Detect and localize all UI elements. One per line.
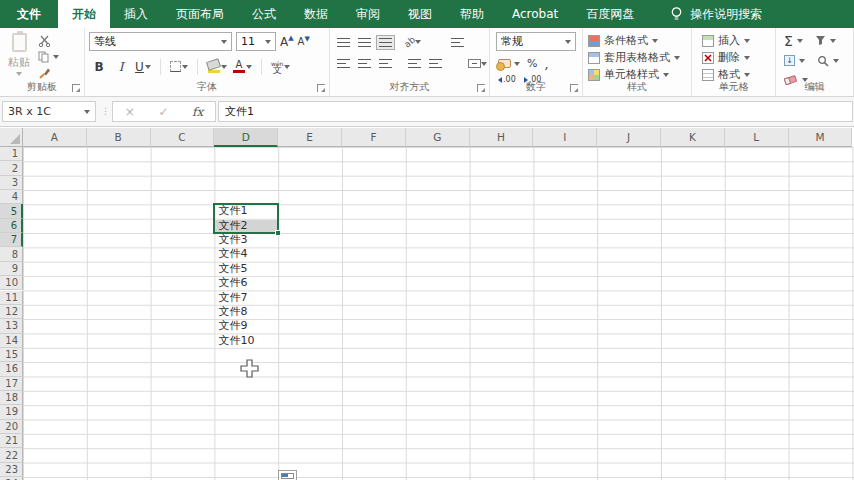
align-right-button[interactable]	[376, 56, 395, 71]
align-center-button[interactable]	[355, 56, 374, 71]
column-header-H[interactable]: H	[470, 128, 534, 147]
bold-button[interactable]: B	[91, 58, 107, 75]
quick-analysis-button[interactable]: •••	[278, 470, 297, 480]
select-all-button[interactable]	[0, 128, 23, 147]
column-header-F[interactable]: F	[342, 128, 406, 147]
increase-font-size-button[interactable]: A▲	[280, 35, 294, 49]
conditional-formatting-button[interactable]: 条件格式	[588, 32, 691, 49]
cell-D13[interactable]: 文件9	[214, 319, 278, 333]
delete-cells-button[interactable]: 删除	[702, 49, 775, 66]
italic-button[interactable]: I	[113, 58, 129, 75]
enter-button[interactable]: ✓	[158, 105, 168, 119]
fill-handle[interactable]	[275, 230, 281, 236]
cell-D14[interactable]: 文件10	[214, 334, 278, 348]
cell-D7[interactable]: 文件3	[214, 233, 278, 247]
fill-color-button[interactable]	[207, 58, 227, 75]
cell-D11[interactable]: 文件7	[214, 291, 278, 305]
cell-D12[interactable]: 文件8	[214, 305, 278, 319]
cut-button[interactable]	[38, 34, 59, 47]
decrease-font-size-button[interactable]: A▼	[298, 36, 310, 47]
align-left-button[interactable]	[334, 56, 353, 71]
align-top-button[interactable]	[334, 35, 353, 50]
row-header-20[interactable]: 20	[0, 420, 23, 434]
font-name-input[interactable]: 等线	[89, 32, 232, 51]
font-dialog-launcher[interactable]	[317, 84, 325, 92]
wrap-text-button[interactable]	[448, 35, 467, 50]
row-header-3[interactable]: 3	[0, 176, 23, 190]
sheet-area[interactable]	[23, 147, 854, 480]
column-header-A[interactable]: A	[23, 128, 87, 147]
tab-insert[interactable]: 插入	[110, 0, 162, 28]
column-header-D[interactable]: D	[214, 128, 278, 147]
formula-input[interactable]: 文件1	[218, 101, 853, 122]
row-header-15[interactable]: 15	[0, 348, 23, 362]
tab-review[interactable]: 审阅	[342, 0, 394, 28]
cell-D8[interactable]: 文件4	[214, 247, 278, 261]
row-header-7[interactable]: 7	[0, 233, 23, 247]
tab-formulas[interactable]: 公式	[238, 0, 290, 28]
find-select-button[interactable]	[817, 52, 839, 69]
tab-home[interactable]: 开始	[58, 0, 110, 28]
tab-acrobat[interactable]: Acrobat	[498, 0, 572, 28]
row-header-5[interactable]: 5	[0, 204, 23, 218]
row-header-21[interactable]: 21	[0, 434, 23, 448]
row-header-4[interactable]: 4	[0, 190, 23, 204]
cell-D10[interactable]: 文件6	[214, 276, 278, 290]
sort-filter-button[interactable]	[815, 32, 836, 49]
row-header-6[interactable]: 6	[0, 219, 23, 233]
align-bottom-button[interactable]	[376, 35, 395, 50]
format-as-table-button[interactable]: 套用表格格式	[588, 49, 691, 66]
underline-button[interactable]: U	[135, 58, 151, 75]
row-header-13[interactable]: 13	[0, 319, 23, 333]
row-header-10[interactable]: 10	[0, 276, 23, 290]
row-header-1[interactable]: 1	[0, 147, 23, 161]
row-header-14[interactable]: 14	[0, 334, 23, 348]
row-header-9[interactable]: 9	[0, 262, 23, 276]
insert-function-button[interactable]: fx	[192, 105, 203, 119]
row-header-18[interactable]: 18	[0, 391, 23, 405]
row-header-17[interactable]: 17	[0, 377, 23, 391]
row-header-16[interactable]: 16	[0, 362, 23, 376]
copy-button[interactable]	[38, 50, 59, 63]
tab-data[interactable]: 数据	[290, 0, 342, 28]
row-header-22[interactable]: 22	[0, 448, 23, 462]
increase-indent-button[interactable]	[426, 56, 449, 71]
row-header-2[interactable]: 2	[0, 161, 23, 175]
number-dialog-launcher[interactable]	[570, 84, 578, 92]
accounting-format-button[interactable]	[498, 59, 520, 68]
merge-center-button[interactable]	[465, 56, 490, 71]
row-header-23[interactable]: 23	[0, 463, 23, 477]
number-format-select[interactable]: 常规	[496, 32, 576, 51]
insert-cells-button[interactable]: 插入	[702, 32, 775, 49]
column-header-L[interactable]: L	[725, 128, 789, 147]
tab-baidu-netdisk[interactable]: 百度网盘	[572, 0, 648, 28]
percent-style-button[interactable]: %	[527, 57, 537, 70]
orientation-button[interactable]: ab	[401, 34, 424, 50]
column-header-G[interactable]: G	[406, 128, 470, 147]
column-header-I[interactable]: I	[533, 128, 597, 147]
font-size-input[interactable]: 11	[236, 32, 276, 51]
phonetic-guide-button[interactable]: wén 文	[271, 58, 290, 75]
row-header-11[interactable]: 11	[0, 291, 23, 305]
tab-page-layout[interactable]: 页面布局	[162, 0, 238, 28]
paste-button[interactable]: 粘贴	[0, 28, 38, 79]
alignment-dialog-launcher[interactable]	[477, 84, 485, 92]
column-header-B[interactable]: B	[87, 128, 151, 147]
align-middle-button[interactable]	[355, 35, 374, 50]
format-painter-button[interactable]	[38, 66, 59, 79]
tab-view[interactable]: 视图	[394, 0, 446, 28]
row-header-19[interactable]: 19	[0, 405, 23, 419]
column-header-E[interactable]: E	[278, 128, 342, 147]
name-box[interactable]: 3R x 1C	[2, 101, 96, 122]
cell-D9[interactable]: 文件5	[214, 262, 278, 276]
row-header-12[interactable]: 12	[0, 305, 23, 319]
cancel-button[interactable]: ×	[125, 105, 135, 119]
tell-me-search[interactable]: 操作说明搜索	[670, 0, 762, 28]
borders-button[interactable]	[170, 58, 188, 75]
column-header-C[interactable]: C	[151, 128, 215, 147]
row-header-8[interactable]: 8	[0, 247, 23, 261]
font-color-button[interactable]: A	[233, 58, 252, 75]
column-header-M[interactable]: M	[789, 128, 853, 147]
autosum-button[interactable]: Σ	[784, 32, 803, 49]
column-header-J[interactable]: J	[597, 128, 661, 147]
